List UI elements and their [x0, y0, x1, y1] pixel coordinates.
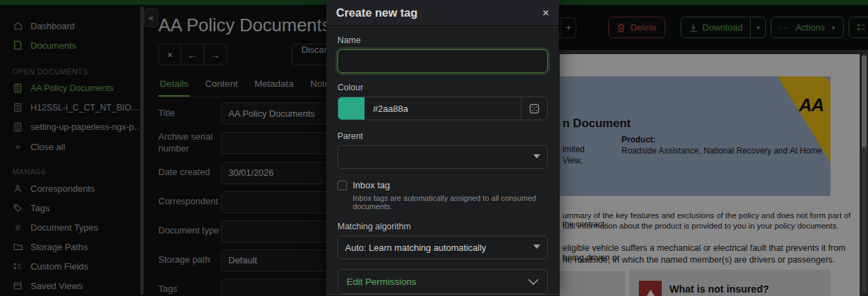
chevron-down-icon [533, 245, 540, 249]
colour-swatch[interactable] [338, 97, 365, 120]
parent-select[interactable] [337, 145, 548, 169]
modal-header: Create new tag × [326, 0, 559, 26]
matching-algorithm-label: Matching algorithm [337, 222, 548, 231]
random-colour-button[interactable] [521, 97, 547, 120]
matching-algorithm-select[interactable]: Auto: Learn matching automatically [337, 236, 548, 259]
create-tag-modal: Create new tag × Name Colour #2aa88a Par… [326, 0, 559, 296]
modal-title: Create new tag [336, 6, 417, 19]
matching-algorithm-value: Auto: Learn matching automatically [345, 242, 486, 253]
app-root: Dashboard Documents OPEN DOCUMENTS AA Po… [0, 0, 868, 296]
dice-icon [529, 104, 540, 114]
colour-value-input[interactable]: #2aa88a [365, 97, 521, 120]
chevron-down-icon [528, 279, 539, 285]
modal-body: Name Colour #2aa88a Parent Inbox tag Inb… [326, 26, 559, 294]
inbox-tag-hint: Inbox tags are automatically assigned to… [353, 194, 548, 211]
inbox-tag-checkbox[interactable] [337, 181, 347, 190]
close-icon[interactable]: × [542, 7, 549, 19]
parent-label: Parent [337, 131, 548, 141]
edit-permissions-accordion[interactable]: Edit Permissions [337, 269, 548, 294]
inbox-tag-label: Inbox tag [353, 180, 390, 190]
tag-name-input[interactable] [337, 49, 548, 73]
colour-label: Colour [337, 83, 548, 92]
edit-permissions-label: Edit Permissions [347, 277, 417, 287]
chevron-down-icon [533, 154, 540, 158]
colour-field: #2aa88a [337, 97, 548, 120]
name-label: Name [337, 35, 548, 45]
